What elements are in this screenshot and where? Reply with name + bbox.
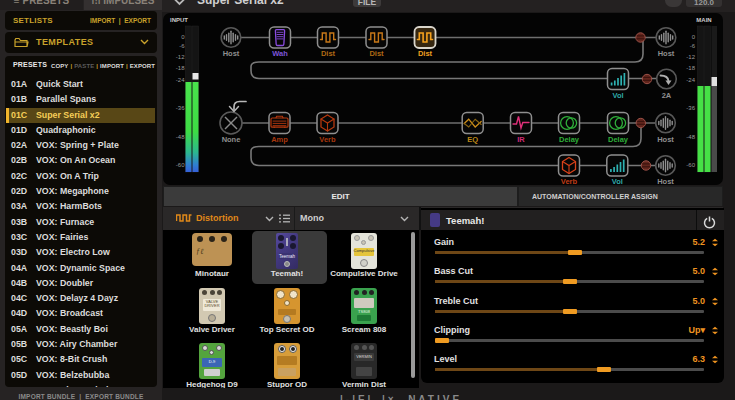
svg-text:Verb: Verb: [561, 177, 578, 186]
svg-text:None: None: [222, 135, 241, 144]
svg-text:Host: Host: [658, 49, 675, 58]
svg-text:Amp: Amp: [271, 135, 288, 144]
svg-text:-24: -24: [686, 77, 695, 83]
svg-text:-18: -18: [686, 65, 695, 71]
svg-text:Host: Host: [657, 135, 674, 144]
svg-text:-12: -12: [686, 54, 695, 60]
svg-text:2A: 2A: [662, 91, 672, 100]
svg-text:Delay: Delay: [608, 135, 629, 144]
svg-text:-18: -18: [176, 65, 185, 71]
svg-text:-48: -48: [176, 134, 185, 140]
svg-text:-60: -60: [686, 162, 695, 168]
svg-text:-24: -24: [176, 77, 185, 83]
svg-text:-36: -36: [686, 105, 695, 111]
svg-text:Host: Host: [223, 49, 240, 58]
svg-text:Delay: Delay: [559, 135, 580, 144]
svg-text:-12: -12: [176, 54, 185, 60]
svg-text:-6: -6: [690, 43, 696, 49]
svg-text:Host: Host: [657, 177, 674, 186]
svg-text:-60: -60: [176, 162, 185, 168]
svg-text:0: 0: [181, 34, 185, 40]
svg-text:Verb: Verb: [319, 135, 336, 144]
svg-text:-6: -6: [179, 43, 185, 49]
svg-text:INPUT: INPUT: [170, 17, 188, 23]
svg-text:IR: IR: [517, 135, 525, 144]
svg-text:-36: -36: [176, 105, 185, 111]
svg-text:EQ: EQ: [467, 135, 478, 144]
svg-text:-48: -48: [686, 134, 695, 140]
svg-text:Dist: Dist: [369, 49, 384, 58]
svg-text:Dist: Dist: [418, 49, 433, 58]
svg-text:MAIN: MAIN: [696, 17, 711, 23]
svg-text:0: 0: [692, 34, 696, 40]
svg-text:Vol: Vol: [612, 177, 623, 186]
svg-text:Wah: Wah: [272, 49, 288, 58]
svg-text:Dist: Dist: [321, 49, 336, 58]
svg-text:Vol: Vol: [612, 91, 623, 100]
